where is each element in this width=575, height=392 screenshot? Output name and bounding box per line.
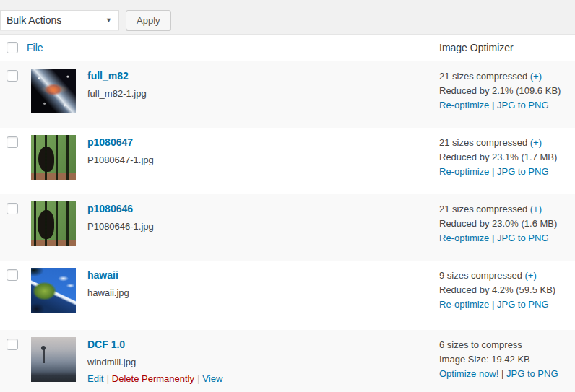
reoptimize-link[interactable]: Re-optimize [439, 232, 489, 243]
media-filename: hawaii.jpg [87, 287, 129, 298]
optimizer-links-line: Optimize now! | JPG to PNG [439, 367, 575, 381]
row-checkbox-cell [0, 337, 24, 350]
table-row: full_m82 full_m82-1.jpg 21 sizes compres… [0, 61, 575, 128]
row-checkbox-cell [0, 135, 24, 148]
view-link[interactable]: View [202, 373, 222, 384]
expand-sizes-link[interactable]: (+) [530, 71, 542, 82]
file-cell: p1080647 P1080647-1.jpg [24, 135, 439, 180]
optimizer-cell: 21 sizes compressed (+) Reduced by 2.1% … [439, 69, 575, 113]
bulk-actions-toolbar: Bulk Actions Apply [0, 0, 575, 34]
jpg-to-png-link[interactable]: JPG to PNG [497, 100, 549, 110]
file-text: hawaii hawaii.jpg [87, 268, 129, 313]
file-cell: hawaii hawaii.jpg [24, 268, 439, 313]
optimizer-links-line: Re-optimize | JPG to PNG [439, 231, 575, 245]
expand-sizes-link[interactable]: (+) [530, 204, 542, 214]
media-filename: full_m82-1.jpg [87, 88, 147, 99]
optimizer-detail: Reduced by 23.0% (1.6 MB) [439, 217, 575, 231]
media-list-table: File Image Optimizer full_m82 full_m82-1… [0, 34, 575, 392]
optimizer-status-line: 9 sizes compressed (+) [439, 269, 575, 283]
media-title-link[interactable]: p1080647 [87, 136, 154, 148]
select-all-cell [0, 42, 24, 53]
media-library-page: Bulk Actions Apply File Image Optimizer [0, 0, 575, 392]
optimizer-links-line: Re-optimize | JPG to PNG [439, 165, 575, 179]
reoptimize-link[interactable]: Re-optimize [439, 166, 489, 177]
row-checkbox[interactable] [7, 339, 18, 350]
file-text: full_m82 full_m82-1.jpg [87, 69, 147, 113]
file-cell: DCF 1.0 windmill.jpg Edit|Delete Permane… [24, 337, 439, 384]
action-separator: | [194, 373, 202, 384]
optimizer-links-line: Re-optimize | JPG to PNG [439, 98, 575, 113]
media-filename: P1080647-1.jpg [87, 154, 154, 165]
reoptimize-link[interactable]: Re-optimize [439, 100, 489, 110]
media-thumbnail[interactable] [31, 135, 76, 180]
apply-button[interactable]: Apply [126, 10, 171, 30]
optimizer-detail: Reduced by 2.1% (109.6 KB) [439, 84, 575, 98]
media-title-link[interactable]: full_m82 [87, 70, 147, 82]
media-title-link[interactable]: DCF 1.0 [87, 339, 222, 350]
media-thumbnail[interactable] [31, 337, 76, 382]
select-all-checkbox[interactable] [7, 42, 18, 53]
media-title-link[interactable]: hawaii [87, 269, 129, 281]
optimizer-detail: Image Size: 19.42 KB [439, 352, 575, 367]
optimizer-status-line: 21 sizes compressed (+) [439, 136, 575, 150]
row-checkbox[interactable] [7, 269, 18, 281]
optimizer-detail: Reduced by 23.1% (1.7 MB) [439, 150, 575, 165]
expand-sizes-link[interactable]: (+) [525, 270, 537, 281]
delete-permanently-link[interactable]: Delete Permanently [112, 373, 194, 384]
media-filename: P1080646-1.jpg [87, 221, 154, 232]
optimizer-status-line: 6 sizes to compress [439, 338, 575, 352]
media-thumbnail[interactable] [31, 201, 76, 246]
optimizer-status-line: 21 sizes compressed (+) [439, 69, 575, 84]
jpg-to-png-link[interactable]: JPG to PNG [497, 166, 549, 177]
jpg-to-png-link[interactable]: JPG to PNG [506, 368, 558, 379]
file-column-header[interactable]: File [27, 42, 43, 53]
optimizer-status: 21 sizes compressed [439, 71, 530, 82]
bulk-actions-select-wrap: Bulk Actions [0, 10, 119, 30]
media-filename: windmill.jpg [87, 357, 222, 367]
row-checkbox[interactable] [7, 203, 18, 214]
jpg-to-png-link[interactable]: JPG to PNG [497, 232, 549, 243]
file-text: DCF 1.0 windmill.jpg Edit|Delete Permane… [87, 337, 222, 384]
media-thumbnail[interactable] [31, 69, 76, 113]
optimizer-status: 21 sizes compressed [439, 137, 530, 148]
optimizer-detail: Reduced by 4.2% (59.5 KB) [439, 283, 575, 297]
file-cell: p1080646 P1080646-1.jpg [24, 201, 439, 246]
link-separator: | [498, 368, 506, 379]
file-text: p1080646 P1080646-1.jpg [87, 201, 154, 246]
optimizer-header-cell: Image Optimizer [439, 41, 575, 54]
action-separator: | [103, 373, 111, 384]
optimizer-cell: 21 sizes compressed (+) Reduced by 23.1%… [439, 135, 575, 179]
optimizer-status: 21 sizes compressed [439, 204, 530, 214]
optimizer-cell: 21 sizes compressed (+) Reduced by 23.0%… [439, 201, 575, 245]
link-separator: | [489, 100, 497, 110]
image-optimizer-column-header: Image Optimizer [439, 42, 514, 53]
table-header-row: File Image Optimizer [0, 35, 575, 61]
row-checkbox-cell [0, 268, 24, 281]
row-checkbox[interactable] [7, 136, 18, 148]
link-separator: | [489, 232, 497, 243]
file-header-cell: File [24, 41, 439, 54]
optimizer-status: 6 sizes to compress [439, 339, 522, 350]
optimize-now-link[interactable]: Optimize now! [439, 368, 498, 379]
row-checkbox[interactable] [7, 70, 18, 82]
media-title-link[interactable]: p1080646 [87, 203, 154, 214]
optimizer-status-line: 21 sizes compressed (+) [439, 202, 575, 217]
media-thumbnail[interactable] [31, 268, 76, 313]
optimizer-status: 9 sizes compressed [439, 270, 525, 281]
link-separator: | [489, 299, 497, 310]
edit-link[interactable]: Edit [87, 373, 103, 384]
link-separator: | [489, 166, 497, 177]
row-checkbox-cell [0, 69, 24, 82]
reoptimize-link[interactable]: Re-optimize [439, 299, 489, 310]
optimizer-cell: 6 sizes to compress Image Size: 19.42 KB… [439, 337, 575, 381]
table-row: p1080646 P1080646-1.jpg 21 sizes compres… [0, 194, 575, 261]
bulk-actions-select[interactable]: Bulk Actions [0, 10, 119, 30]
row-checkbox-cell [0, 201, 24, 214]
expand-sizes-link[interactable]: (+) [530, 137, 542, 148]
table-row: hawaii hawaii.jpg 9 sizes compressed (+)… [0, 261, 575, 330]
optimizer-links-line: Re-optimize | JPG to PNG [439, 297, 575, 312]
jpg-to-png-link[interactable]: JPG to PNG [497, 299, 549, 310]
table-row: DCF 1.0 windmill.jpg Edit|Delete Permane… [0, 330, 575, 392]
optimizer-cell: 9 sizes compressed (+) Reduced by 4.2% (… [439, 268, 575, 312]
file-cell: full_m82 full_m82-1.jpg [24, 69, 439, 113]
